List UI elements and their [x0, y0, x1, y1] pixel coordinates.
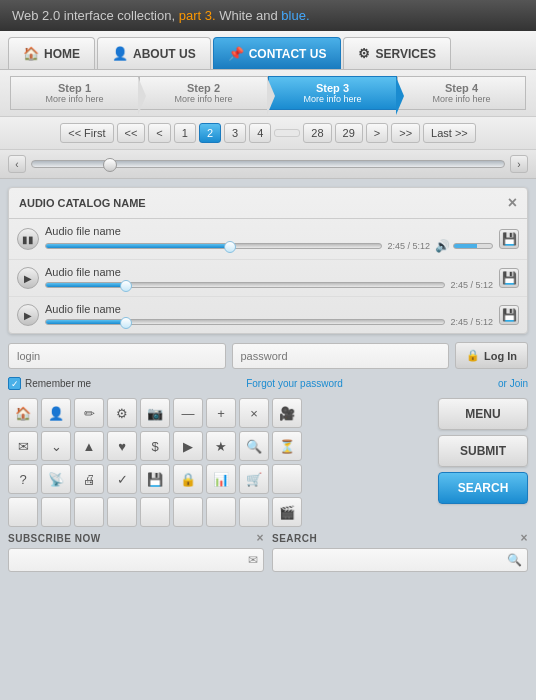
step-1-sub: More info here [45, 94, 103, 104]
icon-video[interactable]: 🎥 [272, 398, 302, 428]
page-4[interactable]: 4 [249, 123, 271, 143]
icon-chart[interactable]: 📊 [206, 464, 236, 494]
page-1[interactable]: 1 [174, 123, 196, 143]
track-name-3: Audio file name [45, 303, 493, 315]
icon-heart[interactable]: ♥ [107, 431, 137, 461]
join-link[interactable]: or Join [498, 378, 528, 389]
icon-rss[interactable]: 📡 [41, 464, 71, 494]
track-time-2: 2:45 / 5:12 [450, 280, 493, 290]
page-next2[interactable]: >> [391, 123, 420, 143]
page-prev1[interactable]: < [148, 123, 170, 143]
page-3[interactable]: 3 [224, 123, 246, 143]
slider-right-arrow[interactable]: › [510, 155, 528, 173]
pause-button-1[interactable]: ▮▮ [17, 228, 39, 250]
track-thumb-3[interactable] [120, 317, 132, 329]
icon-cart[interactable]: 🛒 [239, 464, 269, 494]
step-4-title: Step 4 [445, 82, 478, 94]
icon-hourglass[interactable]: ⏳ [272, 431, 302, 461]
track-name-1: Audio file name [45, 225, 493, 237]
step-3[interactable]: Step 3 More info here [268, 76, 397, 110]
page-28[interactable]: 28 [303, 123, 331, 143]
page-2[interactable]: 2 [199, 123, 221, 143]
icon-blank5 [107, 497, 137, 527]
user-icon: 👤 [112, 46, 128, 61]
subscribe-field: SUBSCRIBE NOW × ✉ [8, 531, 264, 572]
password-input[interactable] [232, 343, 450, 369]
page-first[interactable]: << First [60, 123, 113, 143]
icon-search[interactable]: 🔍 [239, 431, 269, 461]
nav-item-home[interactable]: 🏠 HOME [8, 37, 95, 69]
icon-edit[interactable]: ✏ [74, 398, 104, 428]
icon-question[interactable]: ? [8, 464, 38, 494]
icon-save[interactable]: 💾 [140, 464, 170, 494]
audio-track-3: ▶ Audio file name 2:45 / 5:12 💾 [9, 297, 527, 333]
icon-print[interactable]: 🖨 [74, 464, 104, 494]
lock-icon: 🔒 [466, 349, 480, 362]
search-clear[interactable]: × [520, 531, 528, 545]
icon-user[interactable]: 👤 [41, 398, 71, 428]
icon-plus[interactable]: + [206, 398, 236, 428]
nav-item-contact[interactable]: 📌 CONTACT US [213, 37, 342, 69]
slider-track[interactable] [31, 160, 505, 168]
search-button[interactable]: SEARCH [438, 472, 528, 504]
save-button-1[interactable]: 💾 [499, 229, 519, 249]
icon-close[interactable]: × [239, 398, 269, 428]
track-bar-2[interactable] [45, 282, 445, 288]
page-29[interactable]: 29 [335, 123, 363, 143]
menu-button[interactable]: MENU [438, 398, 528, 430]
track-bar-1[interactable] [45, 243, 382, 249]
icon-dollar[interactable]: $ [140, 431, 170, 461]
step-4[interactable]: Step 4 More info here [397, 76, 526, 110]
track-bar-3[interactable] [45, 319, 445, 325]
vol-bar-1[interactable] [453, 243, 493, 249]
step-1[interactable]: Step 1 More info here [10, 76, 139, 110]
subscribe-clear[interactable]: × [256, 531, 264, 545]
track-thumb-1[interactable] [224, 241, 236, 253]
icon-check[interactable]: ✓ [107, 464, 137, 494]
icon-settings[interactable]: ⚙ [107, 398, 137, 428]
remember-checkbox[interactable]: ✓ [8, 377, 21, 390]
track-volume-1: 🔊 [435, 239, 493, 253]
login-button[interactable]: 🔒 Log In [455, 342, 528, 369]
nav-label-services: SERVICES [375, 47, 435, 61]
subscribe-input[interactable] [14, 549, 248, 571]
play-button-3[interactable]: ▶ [17, 304, 39, 326]
icon-chevron-up[interactable]: ▲ [74, 431, 104, 461]
page-prev2[interactable]: << [117, 123, 146, 143]
play-button-2[interactable]: ▶ [17, 267, 39, 289]
icon-lock[interactable]: 🔒 [173, 464, 203, 494]
search-label: SEARCH [272, 533, 317, 544]
search-label-row: SEARCH × [272, 531, 528, 545]
nav-item-about[interactable]: 👤 ABOUT US [97, 37, 211, 69]
slider-thumb[interactable] [103, 158, 117, 172]
page-last[interactable]: Last >> [423, 123, 476, 143]
search-input[interactable] [278, 549, 507, 571]
step-2[interactable]: Step 2 More info here [139, 76, 268, 110]
header-text-blue: blue. [281, 8, 309, 23]
search-mag-icon: 🔍 [507, 553, 522, 567]
icon-camera[interactable]: 📷 [140, 398, 170, 428]
username-input[interactable] [8, 343, 226, 369]
audio-close-button[interactable]: × [508, 194, 517, 212]
track-time-1: 2:45 / 5:12 [387, 241, 430, 251]
icon-section: 🏠 👤 ✏ ⚙ 📷 — + × 🎥 ✉ ⌄ ▲ ♥ $ ▶ ★ 🔍 ⏳ ? 📡 … [8, 398, 528, 527]
track-thumb-2[interactable] [120, 280, 132, 292]
nav-item-services[interactable]: ⚙ SERVICES [343, 37, 450, 69]
icon-film[interactable]: 🎬 [272, 497, 302, 527]
track-progress-wrap-1: 2:45 / 5:12 🔊 [45, 239, 493, 253]
icon-email[interactable]: ✉ [8, 431, 38, 461]
page-next1[interactable]: > [366, 123, 388, 143]
icon-minus[interactable]: — [173, 398, 203, 428]
save-button-3[interactable]: 💾 [499, 305, 519, 325]
icon-home[interactable]: 🏠 [8, 398, 38, 428]
save-button-2[interactable]: 💾 [499, 268, 519, 288]
header-text-white: White and [219, 8, 281, 23]
icon-star[interactable]: ★ [206, 431, 236, 461]
icon-arrow-right[interactable]: ▶ [173, 431, 203, 461]
icon-chevron-down[interactable]: ⌄ [41, 431, 71, 461]
icon-blank3 [41, 497, 71, 527]
submit-button[interactable]: SUBMIT [438, 435, 528, 467]
forgot-password-link[interactable]: Forgot your password [246, 378, 343, 389]
track-info-2: Audio file name 2:45 / 5:12 [45, 266, 493, 290]
slider-left-arrow[interactable]: ‹ [8, 155, 26, 173]
